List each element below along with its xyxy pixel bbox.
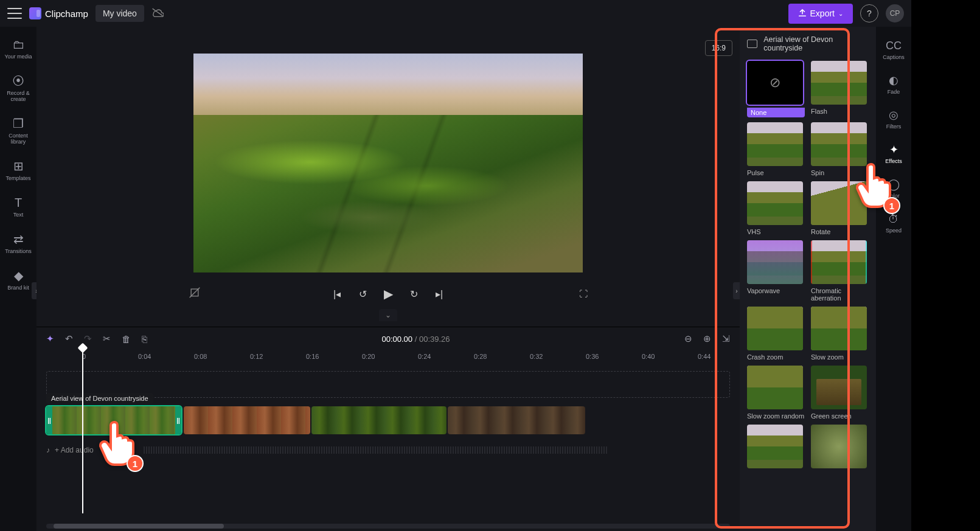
- effect-pulse[interactable]: Pulse: [747, 122, 805, 176]
- ruler-tick: 0:32: [530, 353, 543, 360]
- time-display: 00:00.00 / 00:39.26: [158, 335, 673, 344]
- effect-rotate[interactable]: Rotate: [811, 181, 869, 235]
- add-audio-button[interactable]: + Add audio: [55, 446, 94, 454]
- effect-vaporwave[interactable]: Vaporwave: [747, 240, 805, 302]
- fade-icon: ◐: [889, 74, 898, 87]
- ruler-tick: 0:12: [250, 353, 263, 360]
- right-item-captions[interactable]: CCCaptions: [877, 36, 910, 63]
- record-create-icon: ⦿: [12, 74, 24, 88]
- effect-flash[interactable]: Flash: [811, 61, 869, 117]
- fit-icon[interactable]: ⇲: [722, 333, 730, 344]
- timeline-scrollbar[interactable]: [46, 524, 730, 529]
- sidebar-item-record-create[interactable]: ⦿Record & create: [1, 71, 35, 106]
- sidebar-item-content-library[interactable]: ❐Content library: [1, 113, 35, 148]
- templates-icon: ⊞: [13, 159, 24, 173]
- filters-icon: ◎: [889, 108, 898, 122]
- clip-label: Aerial view of Devon countryside: [46, 393, 153, 404]
- zoom-out-icon[interactable]: ⊖: [684, 333, 692, 344]
- video-clip-3[interactable]: [311, 406, 447, 434]
- clipchamp-logo-icon: [29, 7, 41, 19]
- timeline-ruler[interactable]: 00:040:080:120:160:200:240:280:320:360:4…: [36, 350, 740, 365]
- color-icon: ◯: [888, 178, 900, 191]
- panel-collapse-icon[interactable]: ⌄: [379, 309, 397, 321]
- right-item-color[interactable]: ◯color: [877, 175, 910, 201]
- ruler-tick: 0:04: [138, 353, 151, 360]
- help-button[interactable]: ?: [860, 4, 878, 23]
- transport-bar: |◂ ↺ ▶ ↻ ▸| ⛶: [36, 279, 740, 309]
- preview-stage[interactable]: [193, 54, 583, 272]
- video-clip-1[interactable]: || ||: [46, 406, 181, 434]
- crop-icon[interactable]: [189, 286, 201, 302]
- redo-icon[interactable]: ↷: [84, 333, 92, 344]
- right-item-speed[interactable]: ⏱Speed: [877, 210, 910, 236]
- brand-label: Clipchamp: [45, 9, 88, 19]
- menu-hamburger-icon[interactable]: [7, 8, 22, 19]
- clip-thumb-icon: [747, 40, 757, 48]
- effect-slow-zoom[interactable]: Slow zoom: [811, 307, 869, 361]
- delete-icon[interactable]: 🗑: [122, 334, 131, 344]
- ruler-tick: 0:44: [698, 353, 711, 360]
- copy-icon[interactable]: ⎘: [142, 334, 147, 344]
- video-track: Aerial view of Devon countryside || ||: [46, 406, 730, 437]
- project-name-input[interactable]: My video: [96, 5, 144, 22]
- right-item-filters[interactable]: ◎Filters: [877, 106, 910, 132]
- captions-icon: CC: [886, 39, 902, 52]
- effect-blur-2[interactable]: [811, 425, 869, 471]
- sidebar-item-your-media[interactable]: 🗀Your media: [1, 34, 35, 63]
- audio-track[interactable]: ♪ + Add audio: [46, 442, 730, 459]
- zoom-in-icon[interactable]: ⊕: [703, 333, 711, 344]
- transitions-icon: ⇄: [13, 232, 24, 246]
- forward-icon[interactable]: ↻: [407, 288, 420, 300]
- fullscreen-icon[interactable]: ⛶: [579, 289, 588, 299]
- effect-slow-zoom-random[interactable]: Slow zoom random: [747, 366, 805, 420]
- left-sidebar: 🗀Your media⦿Record & create❐Content libr…: [0, 27, 36, 531]
- skip-back-icon[interactable]: |◂: [330, 288, 344, 300]
- video-clip-4[interactable]: [448, 406, 585, 434]
- effect-vhs[interactable]: VHS: [747, 181, 805, 235]
- effect-none[interactable]: ⊘None: [747, 61, 805, 117]
- sidebar-item-templates[interactable]: ⊞Templates: [1, 156, 35, 185]
- clip-handle-left[interactable]: ||: [46, 406, 52, 434]
- chevron-down-icon: ⌄: [838, 10, 843, 17]
- effect-chromatic[interactable]: Chromatic aberration: [811, 240, 869, 302]
- effect-blur-1[interactable]: [747, 425, 805, 471]
- ruler-tick: 0:24: [418, 353, 431, 360]
- your-media-icon: 🗀: [12, 38, 24, 51]
- sidebar-item-text[interactable]: TText: [1, 192, 35, 221]
- brand: Clipchamp: [29, 7, 88, 19]
- effect-crash-zoom[interactable]: Crash zoom: [747, 307, 805, 361]
- audio-note-icon: ♪: [46, 446, 50, 454]
- rewind-icon[interactable]: ↺: [356, 288, 369, 300]
- top-bar: Clipchamp My video Export ⌄ ? CP: [0, 0, 911, 27]
- sidebar-item-brand-kit[interactable]: ◆Brand kit: [1, 265, 35, 294]
- split-icon[interactable]: ✂: [103, 333, 111, 344]
- effect-spin[interactable]: Spin: [811, 122, 869, 176]
- right-item-effects[interactable]: ✦Effects: [877, 141, 910, 167]
- effect-green-screen[interactable]: Green screen: [811, 366, 869, 420]
- user-avatar[interactable]: CP: [886, 4, 904, 23]
- cloud-off-icon[interactable]: [151, 7, 164, 20]
- sidebar-item-transitions[interactable]: ⇄Transitions: [1, 229, 35, 258]
- timeline: ✦ ↶ ↷ ✂ 🗑 ⎘ 00:00.00 / 00:39.26 ⊖ ⊕ ⇲ 00…: [36, 327, 740, 531]
- ruler-tick: 0:36: [586, 353, 599, 360]
- right-sidebar: CCCaptions◐Fade◎Filters✦Effects◯color⏱Sp…: [876, 27, 911, 531]
- upload-icon: [798, 9, 807, 19]
- ruler-tick: 0:16: [306, 353, 319, 360]
- content-library-icon: ❐: [13, 117, 24, 130]
- undo-icon[interactable]: ↶: [65, 333, 73, 344]
- export-button[interactable]: Export ⌄: [788, 4, 853, 24]
- ruler-tick: 0:08: [194, 353, 207, 360]
- effects-panel: Aerial view of Devon countryside ⊘NoneFl…: [740, 27, 876, 531]
- audio-waveform: [144, 446, 608, 454]
- video-clip-2[interactable]: [184, 406, 310, 434]
- play-button[interactable]: ▶: [381, 286, 395, 301]
- right-item-fade[interactable]: ◐Fade: [877, 71, 910, 97]
- playhead[interactable]: [82, 348, 83, 513]
- ai-sparkle-icon[interactable]: ✦: [46, 333, 54, 344]
- clip-handle-right[interactable]: ||: [175, 406, 181, 434]
- effects-panel-title: Aerial view of Devon countryside: [763, 35, 869, 52]
- effects-icon: ✦: [889, 143, 898, 156]
- aspect-ratio-selector[interactable]: 16:9: [705, 40, 732, 56]
- brand-kit-icon: ◆: [14, 269, 23, 282]
- skip-forward-icon[interactable]: ▸|: [433, 288, 446, 300]
